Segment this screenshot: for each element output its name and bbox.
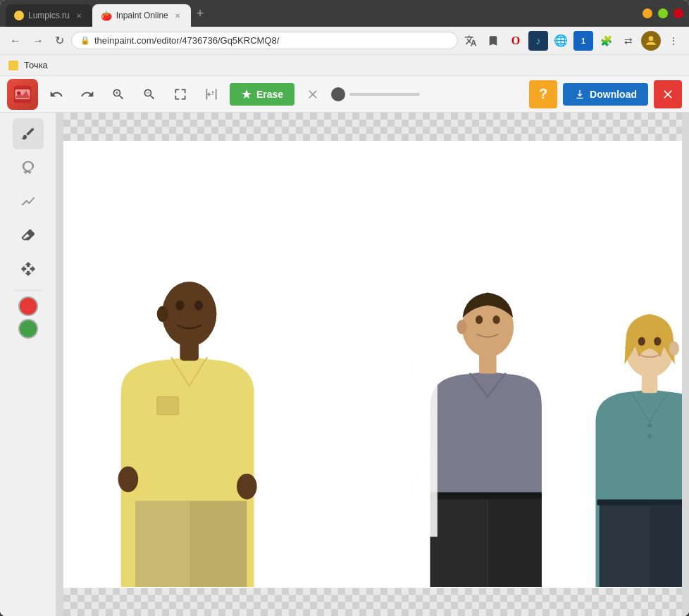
profile-avatar[interactable] <box>641 31 661 51</box>
editor-area <box>0 113 689 616</box>
svg-point-29 <box>654 337 661 346</box>
menu-button[interactable]: ⋮ <box>664 31 683 51</box>
inpaint-favicon: 🍅 <box>101 11 112 21</box>
maximize-button[interactable] <box>658 8 668 18</box>
svg-point-24 <box>647 423 652 427</box>
undo-button[interactable] <box>44 82 69 107</box>
svg-point-21 <box>457 320 466 334</box>
download-label: Download <box>590 89 637 100</box>
svg-rect-22 <box>430 492 542 499</box>
red-color-button[interactable] <box>18 296 38 316</box>
erase-button[interactable]: Erase <box>230 83 294 106</box>
bookmark-button[interactable] <box>483 31 503 51</box>
brush-slider[interactable] <box>349 93 420 96</box>
lasso-tool-button[interactable] <box>13 152 44 183</box>
erase-label: Erase <box>256 89 283 100</box>
help-button[interactable]: ? <box>529 80 557 108</box>
zoom-out-button[interactable] <box>137 82 162 107</box>
opera-icon[interactable]: O <box>506 31 526 51</box>
eraser-tool-button[interactable] <box>13 220 44 251</box>
new-tab-button[interactable]: + <box>191 4 210 23</box>
tool-separator <box>14 290 42 291</box>
svg-point-25 <box>647 434 652 439</box>
download-button[interactable]: Download <box>563 83 648 106</box>
svg-point-0 <box>649 36 654 41</box>
tab-inpaint-close[interactable]: ✕ <box>173 11 182 20</box>
svg-point-4 <box>213 92 214 93</box>
top-toolbar: Erase ? Download <box>0 76 689 113</box>
svg-point-10 <box>162 282 217 346</box>
svg-rect-32 <box>294 285 437 536</box>
bookmark-label[interactable]: Точка <box>24 60 48 70</box>
title-bar: Lumpics.ru ✕ 🍅 Inpaint Online ✕ + <box>0 0 689 27</box>
tab-inpaint[interactable]: 🍅 Inpaint Online ✕ <box>92 4 191 27</box>
svg-marker-5 <box>242 89 251 99</box>
svg-point-30 <box>669 341 679 356</box>
globe-button[interactable]: 🌐 <box>551 31 571 51</box>
tab-lumpics[interactable]: Lumpics.ru ✕ <box>6 4 92 27</box>
right-checker <box>682 113 689 616</box>
close-button[interactable] <box>674 8 683 18</box>
polygon-tool-button[interactable] <box>13 186 44 217</box>
people-svg <box>63 141 682 588</box>
window-controls <box>643 8 683 18</box>
top-checker <box>63 113 682 141</box>
translate-button[interactable] <box>461 31 480 51</box>
zoom-in-button[interactable] <box>106 82 131 107</box>
close-red-button[interactable] <box>654 80 682 108</box>
svg-point-19 <box>476 315 483 324</box>
tab-lumpics-close[interactable]: ✕ <box>74 11 84 20</box>
tab-inpaint-label: Inpaint Online <box>116 11 168 20</box>
green-color-button[interactable] <box>18 319 38 339</box>
svg-point-13 <box>194 301 203 310</box>
brush-dot <box>331 87 345 101</box>
extension-button[interactable]: 1 <box>573 31 593 51</box>
left-checker <box>56 113 63 616</box>
browser-window: Lumpics.ru ✕ 🍅 Inpaint Online ✕ + ← → ↻ … <box>0 0 689 616</box>
move-tool-button[interactable] <box>13 253 44 284</box>
app-logo <box>7 79 38 110</box>
svg-point-15 <box>237 474 257 500</box>
svg-point-12 <box>175 301 184 310</box>
cancel-button[interactable] <box>300 82 325 107</box>
refresh-button[interactable]: ↻ <box>51 31 68 50</box>
address-bar[interactable]: 🔒 theinpaint.com/editor/4736736/Gq5KRCMQ… <box>71 32 458 49</box>
svg-rect-16 <box>157 396 179 415</box>
bookmark-favicon <box>8 61 18 70</box>
svg-rect-31 <box>597 499 682 505</box>
extensions-button[interactable]: 🧩 <box>596 31 616 51</box>
svg-point-14 <box>118 466 139 492</box>
help-label: ? <box>539 86 547 102</box>
tab-lumpics-label: Lumpics.ru <box>28 11 70 20</box>
image-area <box>63 141 682 588</box>
zoom-actual-button[interactable] <box>199 82 224 107</box>
address-text: theinpaint.com/editor/4736736/Gq5KRCMQ8/ <box>94 35 449 46</box>
zoom-fit-button[interactable] <box>168 82 193 107</box>
svg-point-11 <box>157 306 168 322</box>
back-button[interactable]: ← <box>6 32 25 50</box>
lock-icon: 🔒 <box>80 36 90 45</box>
sync-button[interactable]: ⇄ <box>619 31 638 51</box>
svg-point-20 <box>492 315 499 324</box>
redo-button[interactable] <box>75 82 100 107</box>
canvas-area[interactable] <box>56 113 689 616</box>
bookmark-bar: Точка <box>0 55 689 76</box>
lumpics-favicon <box>14 11 24 20</box>
brush-tool-button[interactable] <box>13 118 44 149</box>
left-sidebar <box>0 113 56 616</box>
browser-actions: O ♪ 🌐 1 🧩 ⇄ ⋮ <box>461 31 683 51</box>
brush-size-control <box>331 87 420 101</box>
nav-bar: ← → ↻ 🔒 theinpaint.com/editor/4736736/Gq… <box>0 27 689 55</box>
app-content: Erase ? Download <box>0 76 689 616</box>
music-button[interactable]: ♪ <box>528 31 548 51</box>
svg-point-28 <box>638 337 645 346</box>
minimize-button[interactable] <box>643 8 652 18</box>
forward-button[interactable]: → <box>28 32 48 50</box>
bottom-checker <box>63 588 682 616</box>
